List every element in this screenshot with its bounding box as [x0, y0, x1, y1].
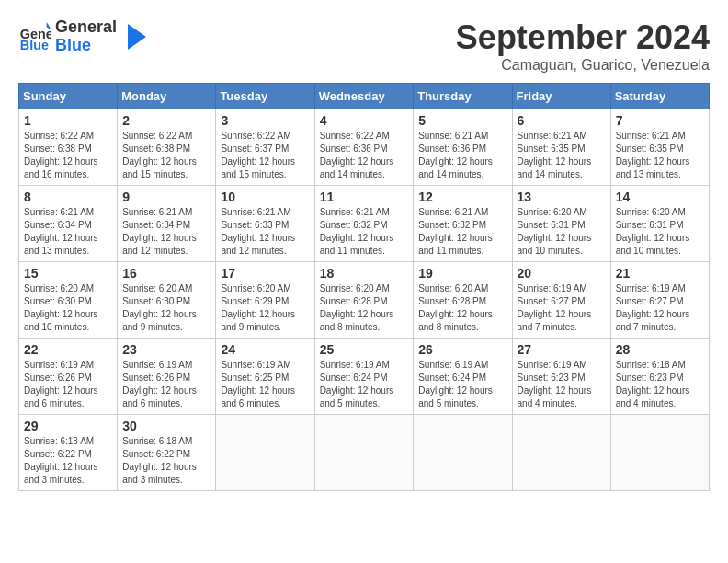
calendar-day-cell: 28 Sunrise: 6:18 AM Sunset: 6:23 PM Dayl… — [610, 339, 709, 415]
calendar-day-cell: 13 Sunrise: 6:20 AM Sunset: 6:31 PM Dayl… — [512, 186, 610, 262]
calendar-day-cell: 12 Sunrise: 6:21 AM Sunset: 6:32 PM Dayl… — [414, 186, 512, 262]
day-info: Sunrise: 6:20 AM Sunset: 6:30 PM Dayligh… — [24, 282, 112, 334]
calendar-day-cell: 19 Sunrise: 6:20 AM Sunset: 6:28 PM Dayl… — [414, 262, 512, 339]
page-header: General Blue General Blue September 2024… — [18, 18, 710, 74]
day-number: 21 — [616, 266, 704, 281]
header-saturday: Saturday — [610, 84, 709, 109]
svg-marker-3 — [128, 24, 146, 50]
title-section: September 2024 Camaguan, Guarico, Venezu… — [456, 18, 710, 74]
day-number: 13 — [518, 190, 606, 204]
day-number: 6 — [518, 113, 606, 128]
calendar-day-cell: 23 Sunrise: 6:19 AM Sunset: 6:26 PM Dayl… — [118, 339, 216, 415]
day-number: 28 — [616, 342, 704, 357]
day-info: Sunrise: 6:19 AM Sunset: 6:24 PM Dayligh… — [320, 359, 409, 410]
day-info: Sunrise: 6:19 AM Sunset: 6:25 PM Dayligh… — [221, 359, 309, 410]
header-wednesday: Wednesday — [314, 84, 414, 109]
day-number: 8 — [24, 190, 112, 204]
calendar-day-cell: 15 Sunrise: 6:20 AM Sunset: 6:30 PM Dayl… — [19, 262, 118, 339]
day-info: Sunrise: 6:19 AM Sunset: 6:26 PM Dayligh… — [122, 359, 210, 410]
calendar-day-cell — [512, 415, 610, 491]
calendar-day-cell: 24 Sunrise: 6:19 AM Sunset: 6:25 PM Dayl… — [216, 339, 314, 415]
calendar-day-cell: 30 Sunrise: 6:18 AM Sunset: 6:22 PM Dayl… — [118, 415, 216, 491]
day-info: Sunrise: 6:20 AM Sunset: 6:29 PM Dayligh… — [221, 282, 309, 334]
day-info: Sunrise: 6:18 AM Sunset: 6:22 PM Dayligh… — [122, 435, 210, 487]
calendar-day-cell — [610, 415, 709, 491]
calendar-day-cell: 20 Sunrise: 6:19 AM Sunset: 6:27 PM Dayl… — [512, 262, 610, 339]
logo-arrow-icon — [120, 24, 146, 50]
day-info: Sunrise: 6:22 AM Sunset: 6:36 PM Dayligh… — [320, 130, 409, 181]
calendar-day-cell: 9 Sunrise: 6:21 AM Sunset: 6:34 PM Dayli… — [118, 186, 216, 262]
day-info: Sunrise: 6:21 AM Sunset: 6:36 PM Dayligh… — [418, 130, 506, 181]
header-thursday: Thursday — [414, 84, 512, 109]
day-info: Sunrise: 6:21 AM Sunset: 6:34 PM Dayligh… — [122, 206, 210, 258]
calendar-day-cell: 25 Sunrise: 6:19 AM Sunset: 6:24 PM Dayl… — [314, 339, 414, 415]
day-number: 7 — [616, 113, 704, 128]
day-number: 24 — [221, 342, 309, 357]
calendar-day-cell: 8 Sunrise: 6:21 AM Sunset: 6:34 PM Dayli… — [19, 186, 118, 262]
day-number: 23 — [122, 342, 210, 357]
day-number: 10 — [221, 190, 309, 204]
calendar-week-row: 1 Sunrise: 6:22 AM Sunset: 6:38 PM Dayli… — [19, 109, 710, 186]
calendar-day-cell: 17 Sunrise: 6:20 AM Sunset: 6:29 PM Dayl… — [216, 262, 314, 339]
calendar-day-cell: 14 Sunrise: 6:20 AM Sunset: 6:31 PM Dayl… — [610, 186, 709, 262]
calendar-day-cell: 22 Sunrise: 6:19 AM Sunset: 6:26 PM Dayl… — [19, 339, 118, 415]
calendar-day-cell: 27 Sunrise: 6:19 AM Sunset: 6:23 PM Dayl… — [512, 339, 610, 415]
weekday-header-row: Sunday Monday Tuesday Wednesday Thursday… — [19, 84, 710, 109]
month-title: September 2024 — [456, 18, 710, 57]
day-info: Sunrise: 6:18 AM Sunset: 6:23 PM Dayligh… — [616, 359, 704, 410]
calendar-day-cell: 18 Sunrise: 6:20 AM Sunset: 6:28 PM Dayl… — [314, 262, 414, 339]
calendar-day-cell — [414, 415, 512, 491]
day-number: 14 — [616, 190, 704, 204]
calendar-day-cell: 1 Sunrise: 6:22 AM Sunset: 6:38 PM Dayli… — [19, 109, 118, 186]
day-info: Sunrise: 6:22 AM Sunset: 6:38 PM Dayligh… — [24, 130, 112, 181]
calendar-day-cell: 4 Sunrise: 6:22 AM Sunset: 6:36 PM Dayli… — [314, 109, 414, 186]
day-info: Sunrise: 6:21 AM Sunset: 6:32 PM Dayligh… — [320, 206, 409, 258]
calendar-day-cell: 11 Sunrise: 6:21 AM Sunset: 6:32 PM Dayl… — [314, 186, 414, 262]
day-info: Sunrise: 6:19 AM Sunset: 6:24 PM Dayligh… — [418, 359, 506, 410]
calendar-day-cell — [314, 415, 414, 491]
header-sunday: Sunday — [19, 84, 118, 109]
day-number: 1 — [24, 113, 112, 128]
day-info: Sunrise: 6:19 AM Sunset: 6:23 PM Dayligh… — [518, 359, 606, 410]
day-info: Sunrise: 6:22 AM Sunset: 6:38 PM Dayligh… — [122, 130, 210, 181]
day-number: 20 — [518, 266, 606, 281]
day-number: 2 — [122, 113, 210, 128]
calendar-day-cell: 26 Sunrise: 6:19 AM Sunset: 6:24 PM Dayl… — [414, 339, 512, 415]
calendar-day-cell: 29 Sunrise: 6:18 AM Sunset: 6:22 PM Dayl… — [19, 415, 118, 491]
logo-general: General — [55, 18, 117, 37]
day-info: Sunrise: 6:21 AM Sunset: 6:33 PM Dayligh… — [221, 206, 309, 258]
calendar-day-cell: 10 Sunrise: 6:21 AM Sunset: 6:33 PM Dayl… — [216, 186, 314, 262]
day-info: Sunrise: 6:20 AM Sunset: 6:28 PM Dayligh… — [320, 282, 409, 334]
calendar-week-row: 8 Sunrise: 6:21 AM Sunset: 6:34 PM Dayli… — [19, 186, 710, 262]
header-tuesday: Tuesday — [216, 84, 314, 109]
day-info: Sunrise: 6:21 AM Sunset: 6:32 PM Dayligh… — [418, 206, 506, 258]
day-number: 12 — [418, 190, 506, 204]
day-number: 27 — [518, 342, 606, 357]
header-friday: Friday — [512, 84, 610, 109]
day-info: Sunrise: 6:21 AM Sunset: 6:34 PM Dayligh… — [24, 206, 112, 258]
day-number: 4 — [320, 113, 409, 128]
calendar-day-cell: 6 Sunrise: 6:21 AM Sunset: 6:35 PM Dayli… — [512, 109, 610, 186]
day-info: Sunrise: 6:21 AM Sunset: 6:35 PM Dayligh… — [616, 130, 704, 181]
day-number: 5 — [418, 113, 506, 128]
day-number: 11 — [320, 190, 409, 204]
day-info: Sunrise: 6:19 AM Sunset: 6:27 PM Dayligh… — [518, 282, 606, 334]
calendar-week-row: 22 Sunrise: 6:19 AM Sunset: 6:26 PM Dayl… — [19, 339, 710, 415]
logo-blue: Blue — [55, 37, 117, 55]
day-info: Sunrise: 6:18 AM Sunset: 6:22 PM Dayligh… — [24, 435, 112, 487]
svg-text:Blue: Blue — [20, 38, 49, 52]
logo-icon: General Blue — [18, 20, 51, 53]
day-number: 15 — [24, 266, 112, 281]
calendar-day-cell: 2 Sunrise: 6:22 AM Sunset: 6:38 PM Dayli… — [118, 109, 216, 186]
day-info: Sunrise: 6:19 AM Sunset: 6:26 PM Dayligh… — [24, 359, 112, 410]
calendar-week-row: 29 Sunrise: 6:18 AM Sunset: 6:22 PM Dayl… — [19, 415, 710, 491]
day-number: 30 — [122, 419, 210, 433]
calendar-day-cell — [216, 415, 314, 491]
day-info: Sunrise: 6:20 AM Sunset: 6:28 PM Dayligh… — [418, 282, 506, 334]
calendar-day-cell: 16 Sunrise: 6:20 AM Sunset: 6:30 PM Dayl… — [118, 262, 216, 339]
day-info: Sunrise: 6:19 AM Sunset: 6:27 PM Dayligh… — [616, 282, 704, 334]
day-number: 9 — [122, 190, 210, 204]
location-subtitle: Camaguan, Guarico, Venezuela — [456, 57, 710, 74]
calendar-day-cell: 5 Sunrise: 6:21 AM Sunset: 6:36 PM Dayli… — [414, 109, 512, 186]
day-number: 17 — [221, 266, 309, 281]
